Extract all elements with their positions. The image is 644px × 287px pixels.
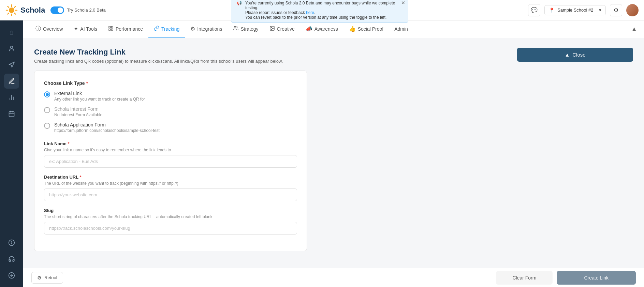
tab-admin-label: Admin xyxy=(394,26,408,32)
notice-box: 📢 You're currently using Schola 2.0 Beta… xyxy=(231,0,408,23)
destination-url-input[interactable] xyxy=(44,188,297,201)
nav-collapse-button[interactable]: ▲ xyxy=(631,26,637,33)
notice-text: You're currently using Schola 2.0 Beta a… xyxy=(245,1,402,20)
tab-strategy[interactable]: Strategy xyxy=(228,20,264,38)
tab-performance-label: Performance xyxy=(116,26,143,32)
tab-creative[interactable]: Creative xyxy=(264,20,300,38)
radio-external-sublabel: Any other link you want to track or crea… xyxy=(54,97,145,102)
footer: ⚙ Retool Clear Form Create Link xyxy=(23,268,644,287)
awareness-icon: 📣 xyxy=(306,26,312,32)
beta-label: Try Schola 2.0 Beta xyxy=(67,7,106,13)
slug-group: Slug The short string of characters afte… xyxy=(44,208,297,235)
radio-interest-circle xyxy=(44,107,50,113)
beta-toggle-area: Try Schola 2.0 Beta xyxy=(50,6,106,14)
school-selector[interactable]: 📍 Sample School #2 ▾ xyxy=(544,5,606,15)
tab-strategy-label: Strategy xyxy=(240,26,258,32)
svg-point-9 xyxy=(11,46,13,48)
svg-line-8 xyxy=(8,13,9,14)
create-link-button[interactable]: Create Link xyxy=(557,271,636,285)
tab-overview-label: Overview xyxy=(43,26,63,32)
close-button[interactable]: ▲ Close xyxy=(517,48,633,62)
sidebar-item-arrow[interactable] xyxy=(4,268,19,283)
strategy-icon xyxy=(233,26,238,32)
create-link-label: Create Link xyxy=(584,275,609,281)
svg-line-7 xyxy=(14,6,16,7)
page-header: Create New Tracking Link Create tracking… xyxy=(34,48,633,64)
tab-integrations[interactable]: ⚙ Integrations xyxy=(185,20,228,38)
page-title: Create New Tracking Link xyxy=(34,48,283,57)
radio-application-text: Schola Application Form https://form.jot… xyxy=(54,122,160,133)
chevron-up-icon: ▲ xyxy=(565,52,570,58)
messages-button[interactable]: 💬 xyxy=(528,4,540,16)
radio-external[interactable]: External Link Any other link you want to… xyxy=(44,91,297,102)
avatar[interactable] xyxy=(626,4,639,16)
link-type-group: Choose Link Type * External Link Any oth… xyxy=(44,80,297,133)
dropdown-chevron-icon: ▾ xyxy=(599,7,601,13)
topbar: Schola Try Schola 2.0 Beta 📢 You're curr… xyxy=(0,0,644,20)
radio-group: External Link Any other link you want to… xyxy=(44,91,297,133)
clear-form-button[interactable]: Clear Form xyxy=(496,271,553,285)
radio-external-circle xyxy=(44,91,50,97)
school-name: Sample School #2 xyxy=(557,7,594,13)
sidebar-item-tracking[interactable] xyxy=(4,74,19,89)
retool-icon: ⚙ xyxy=(37,275,42,281)
logo-icon xyxy=(5,4,18,16)
avatar-image xyxy=(626,4,639,16)
link-name-input[interactable] xyxy=(44,155,297,168)
retool-label: Retool xyxy=(44,275,57,280)
clear-form-label: Clear Form xyxy=(512,275,536,281)
tab-tracking-label: Tracking xyxy=(161,26,179,32)
svg-line-5 xyxy=(8,6,9,7)
beta-toggle[interactable] xyxy=(50,6,64,14)
tab-tracking[interactable]: Tracking xyxy=(148,20,185,38)
tab-awareness-label: Awareness xyxy=(314,26,338,32)
slug-desc: The short string of characters after the… xyxy=(44,214,297,219)
radio-application-circle xyxy=(44,123,50,129)
radio-application[interactable]: Schola Application Form https://form.jot… xyxy=(44,122,297,133)
notice-line3: You can revert back to the prior version… xyxy=(245,15,402,20)
tab-ai-tools-label: AI Tools xyxy=(80,26,97,32)
tab-awareness[interactable]: 📣 Awareness xyxy=(300,20,343,38)
overview-icon: ⓘ xyxy=(35,25,41,32)
svg-rect-23 xyxy=(111,26,113,28)
notice-close-button[interactable]: ✕ xyxy=(401,0,405,5)
sidebar-item-calendar[interactable] xyxy=(4,106,19,121)
logo: Schola xyxy=(5,4,45,16)
tab-overview[interactable]: ⓘ Overview xyxy=(30,20,68,38)
radio-interest[interactable]: Schola Interest Form No Interest Form Av… xyxy=(44,106,297,117)
main: ⓘ Overview ✦ AI Tools Performance Tracki… xyxy=(23,20,644,287)
svg-point-26 xyxy=(234,26,236,28)
location-icon: 📍 xyxy=(549,7,555,13)
retool-button[interactable]: ⚙ Retool xyxy=(31,272,63,284)
sidebar-item-home[interactable]: ⌂ xyxy=(4,25,19,40)
logo-text: Schola xyxy=(20,6,45,15)
sidebar-item-info[interactable] xyxy=(4,235,19,250)
slug-label: Slug xyxy=(44,208,297,213)
required-indicator: * xyxy=(86,80,88,86)
tab-admin[interactable]: Admin xyxy=(389,20,413,38)
sidebar: ⌂ xyxy=(0,20,23,287)
sidebar-item-headphone[interactable] xyxy=(4,252,19,267)
tab-creative-label: Creative xyxy=(277,26,295,32)
radio-external-text: External Link Any other link you want to… xyxy=(54,91,145,102)
tab-ai-tools[interactable]: ✦ AI Tools xyxy=(68,20,103,38)
destination-url-label: Destination URL * xyxy=(44,175,297,180)
sidebar-item-chart[interactable] xyxy=(4,90,19,105)
sidebar-item-megaphone[interactable] xyxy=(4,57,19,72)
close-button-label: Close xyxy=(572,52,585,58)
sidebar-item-users[interactable] xyxy=(4,41,19,56)
settings-button[interactable]: ⚙ xyxy=(610,4,622,16)
link-name-required: * xyxy=(68,141,69,146)
svg-rect-24 xyxy=(109,29,111,30)
destination-url-required: * xyxy=(80,175,82,180)
tab-social-proof[interactable]: 👍 Social Proof xyxy=(343,20,389,38)
notice-line1: You're currently using Schola 2.0 Beta a… xyxy=(245,1,402,10)
destination-url-group: Destination URL * The URL of the website… xyxy=(44,175,297,201)
notice-link[interactable]: here xyxy=(306,10,314,15)
tab-performance[interactable]: Performance xyxy=(103,20,148,38)
nav-tabs: ⓘ Overview ✦ AI Tools Performance Tracki… xyxy=(23,20,644,38)
slug-input[interactable] xyxy=(44,222,297,235)
svg-rect-13 xyxy=(9,111,14,117)
svg-point-28 xyxy=(271,27,272,28)
page-subtitle: Create tracking links and QR codes (opti… xyxy=(34,59,283,64)
